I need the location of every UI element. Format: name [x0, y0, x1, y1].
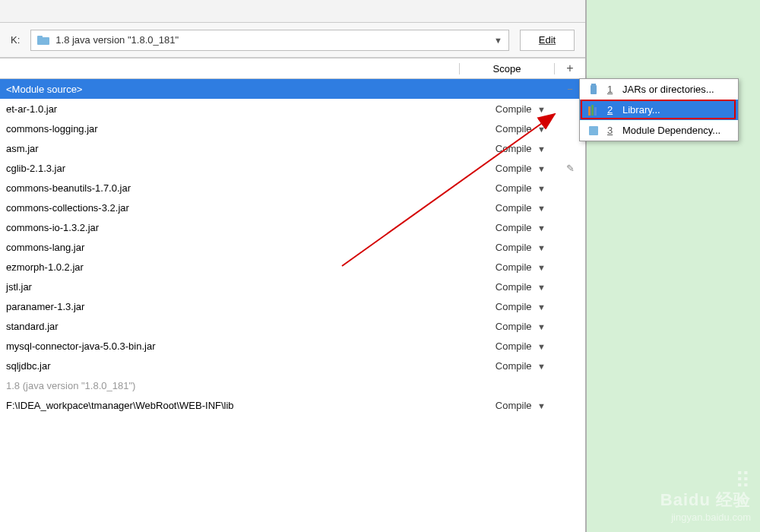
row-scope[interactable]: Compile ▼ — [456, 143, 552, 154]
chevron-down-icon: ▼ — [494, 36, 502, 45]
table-row[interactable]: paranamer-1.3.jarCompile ▼ — [0, 296, 585, 316]
row-scope[interactable]: Compile ▼ — [456, 340, 552, 352]
menu-item-num: 2 — [607, 104, 615, 116]
edit-button-label: Edit — [539, 34, 556, 46]
table-row[interactable]: mysql-connector-java-5.0.3-bin.jarCompil… — [0, 336, 585, 356]
row-name: commons-lang.jar — [3, 242, 456, 253]
svg-rect-4 — [591, 84, 596, 86]
svg-rect-5 — [588, 106, 591, 116]
row-scope[interactable]: Compile ▼ — [456, 400, 552, 411]
row-name: commons-beanutils-1.7.0.jar — [3, 182, 456, 194]
chevron-down-icon: ▼ — [537, 283, 546, 292]
row-name: <Module source> — [3, 84, 456, 95]
row-name: commons-logging.jar — [3, 123, 456, 135]
sdk-selected-text: 1.8 java version "1.8.0_181" — [55, 34, 494, 46]
menu-item-num: 1 — [607, 84, 615, 95]
watermark: ⠿ Baidu 经验 jingyan.baidu.com — [660, 473, 751, 523]
row-name: F:\IDEA_workpace\tmanager\WebRoot\WEB-IN… — [3, 400, 456, 411]
sdk-label: K: — [11, 34, 20, 46]
row-scope[interactable]: Compile ▼ — [456, 301, 552, 312]
svg-rect-7 — [594, 107, 597, 116]
table-row[interactable]: <Module source> — [0, 79, 585, 99]
chevron-down-icon: ▼ — [537, 125, 546, 134]
row-name: mysql-connector-java-5.0.3-bin.jar — [3, 340, 456, 352]
table-row[interactable]: commons-io-1.3.2.jarCompile ▼ — [0, 217, 585, 237]
table-row[interactable]: standard.jarCompile ▼ — [0, 316, 585, 336]
table-row[interactable]: commons-beanutils-1.7.0.jarCompile ▼ — [0, 178, 585, 198]
row-name: standard.jar — [3, 321, 456, 332]
row-name: paranamer-1.3.jar — [3, 301, 456, 312]
chevron-down-icon: ▼ — [537, 144, 546, 154]
left-panel: K: 1.8 java version "1.8.0_181" ▼ Edit S… — [0, 0, 585, 532]
row-scope[interactable]: Compile ▼ — [456, 103, 552, 115]
row-name: asm.jar — [3, 143, 456, 154]
sdk-row: K: 1.8 java version "1.8.0_181" ▼ Edit — [0, 23, 585, 58]
row-scope[interactable]: Compile ▼ — [456, 360, 552, 372]
menu-item-label: JARs or directories... — [622, 84, 714, 95]
app-root: K: 1.8 java version "1.8.0_181" ▼ Edit S… — [0, 0, 760, 532]
table-row[interactable]: asm.jarCompile ▼ — [0, 138, 585, 158]
row-name: jstl.jar — [3, 281, 456, 293]
chevron-down-icon: ▼ — [537, 204, 546, 213]
table-row[interactable]: sqljdbc.jarCompile ▼ — [0, 356, 585, 375]
jar-icon — [587, 84, 600, 96]
svg-rect-6 — [591, 105, 594, 116]
menu-item-num: 3 — [607, 125, 615, 136]
row-name: commons-collections-3.2.jar — [3, 202, 456, 214]
chevron-down-icon: ▼ — [537, 184, 546, 193]
row-name: commons-io-1.3.2.jar — [3, 222, 456, 233]
menu-item-module-dependency[interactable]: 3 Module Dependency... — [580, 120, 738, 141]
chevron-down-icon: ▼ — [537, 342, 546, 351]
chevron-down-icon: ▼ — [537, 322, 546, 331]
watermark-brand: Baidu 经验 — [660, 489, 751, 511]
menu-item-jars[interactable]: 1 JARs or directories... — [580, 79, 738, 100]
svg-rect-3 — [591, 85, 597, 94]
table-row[interactable]: ezmorph-1.0.2.jarCompile ▼ — [0, 257, 585, 277]
table-row[interactable]: F:\IDEA_workpace\tmanager\WebRoot\WEB-IN… — [0, 395, 585, 415]
row-name: 1.8 (java version "1.8.0_181") — [3, 380, 456, 391]
library-icon — [587, 104, 600, 116]
add-dependency-button[interactable]: + — [555, 62, 585, 75]
paw-icon: ⠿ — [660, 473, 751, 489]
chevron-down-icon: ▼ — [537, 401, 546, 410]
table-row[interactable]: commons-lang.jarCompile ▼ — [0, 237, 585, 257]
row-name: ezmorph-1.0.2.jar — [3, 261, 456, 273]
sdk-dropdown[interactable]: 1.8 java version "1.8.0_181" ▼ — [30, 30, 509, 51]
row-scope[interactable]: Compile ▼ — [456, 163, 552, 174]
table-row[interactable]: 1.8 (java version "1.8.0_181") — [0, 375, 585, 395]
row-scope[interactable]: Compile ▼ — [456, 281, 552, 293]
chevron-down-icon: ▼ — [537, 302, 546, 312]
row-scope[interactable]: Compile ▼ — [456, 202, 552, 214]
chevron-down-icon: ▼ — [537, 263, 546, 272]
svg-rect-1 — [37, 36, 43, 39]
table-row[interactable]: commons-logging.jarCompile ▼ — [0, 119, 585, 138]
table-row[interactable]: cglib-2.1.3.jarCompile ▼ — [0, 158, 585, 178]
dependency-list: <Module source>et-ar-1.0.jarCompile ▼com… — [0, 79, 585, 532]
add-menu-popup: 1 JARs or directories... 2 Library... 3 … — [579, 78, 739, 141]
row-name: sqljdbc.jar — [3, 360, 456, 372]
module-icon — [587, 125, 600, 137]
table-row[interactable]: et-ar-1.0.jarCompile ▼ — [0, 99, 585, 119]
chevron-down-icon: ▼ — [537, 362, 546, 371]
row-scope[interactable]: Compile ▼ — [456, 123, 552, 135]
chevron-down-icon: ▼ — [537, 243, 546, 252]
edit-button[interactable]: Edit — [520, 30, 575, 51]
row-name: et-ar-1.0.jar — [3, 103, 456, 115]
svg-rect-8 — [589, 126, 598, 135]
row-name: cglib-2.1.3.jar — [3, 163, 456, 174]
row-scope[interactable]: Compile ▼ — [456, 222, 552, 233]
menu-item-label: Library... — [622, 104, 660, 116]
menu-item-library[interactable]: 2 Library... — [580, 100, 738, 120]
row-scope[interactable]: Compile ▼ — [456, 321, 552, 332]
watermark-url: jingyan.baidu.com — [660, 511, 751, 523]
grid-header: Scope + — [0, 58, 585, 79]
menu-item-label: Module Dependency... — [622, 125, 720, 136]
edit-dependency-button[interactable]: ✎ — [555, 158, 585, 178]
table-row[interactable]: commons-collections-3.2.jarCompile ▼ — [0, 198, 585, 217]
row-scope[interactable]: Compile ▼ — [456, 242, 552, 253]
tab-strip — [0, 0, 585, 23]
row-scope[interactable]: Compile ▼ — [456, 182, 552, 194]
table-row[interactable]: jstl.jarCompile ▼ — [0, 277, 585, 296]
grid-header-scope[interactable]: Scope — [459, 63, 555, 74]
row-scope[interactable]: Compile ▼ — [456, 261, 552, 273]
